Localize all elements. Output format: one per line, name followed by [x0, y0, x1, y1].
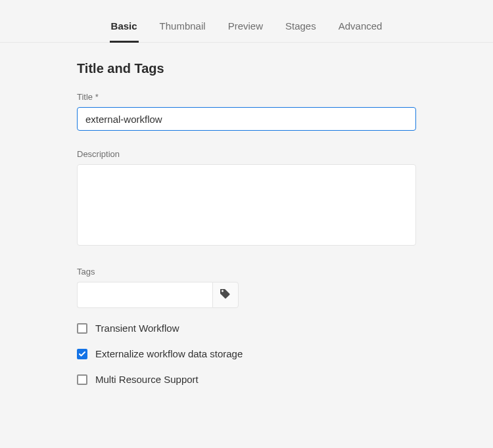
section-title: Title and Tags: [77, 61, 416, 76]
multi-resource-checkbox[interactable]: [77, 374, 87, 385]
tag-icon: [220, 288, 231, 302]
tab-advanced[interactable]: Advanced: [337, 20, 384, 43]
tab-bar: Basic Thumbnail Preview Stages Advanced: [0, 0, 493, 43]
title-input[interactable]: [77, 107, 416, 131]
externalize-storage-checkbox[interactable]: [77, 349, 87, 359]
transient-workflow-checkbox[interactable]: [77, 323, 87, 334]
tab-basic[interactable]: Basic: [110, 20, 139, 43]
tab-preview[interactable]: Preview: [227, 20, 264, 43]
tags-label: Tags: [77, 267, 416, 277]
description-label: Description: [77, 149, 416, 159]
description-input[interactable]: [77, 164, 416, 246]
tags-input[interactable]: [77, 282, 212, 308]
multi-resource-label: Multi Resource Support: [95, 374, 199, 385]
transient-workflow-label: Transient Workflow: [95, 323, 179, 334]
tab-thumbnail[interactable]: Thumbnail: [158, 20, 207, 43]
externalize-storage-label: Externalize workflow data storage: [95, 348, 243, 359]
title-label: Title *: [77, 92, 416, 102]
tags-picker-button[interactable]: [212, 282, 239, 308]
tab-stages[interactable]: Stages: [284, 20, 317, 43]
